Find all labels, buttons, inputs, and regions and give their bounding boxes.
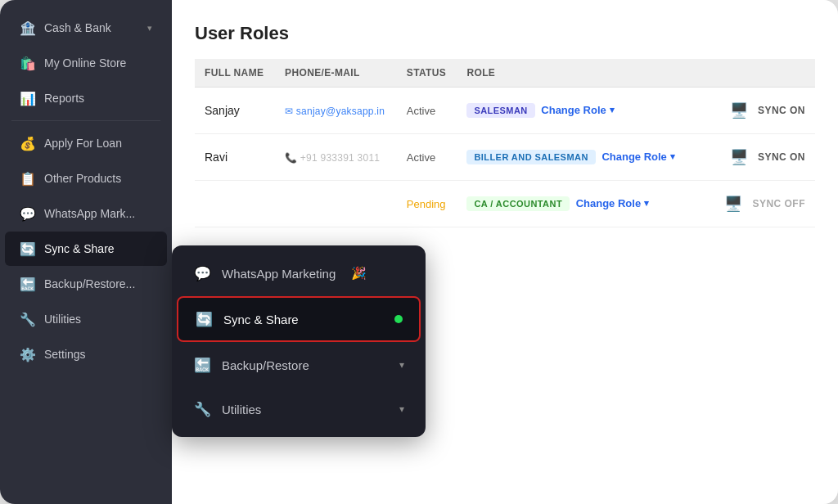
- change-role-button[interactable]: Change Role ▾: [576, 197, 649, 209]
- backup-icon: 🔙: [20, 276, 36, 292]
- sync-icon: 🔄: [20, 241, 36, 257]
- backup-dropdown-icon: 🔙: [193, 356, 211, 374]
- sync-device-icon: 🖥️: [726, 99, 752, 122]
- user-phone: 📞 +91 933391 3011: [285, 152, 380, 164]
- sync-dropdown-icon: 🔄: [195, 310, 213, 328]
- dropdown-item-sync-share[interactable]: 🔄 Sync & Share: [177, 296, 421, 342]
- status-badge: Pending: [407, 196, 446, 212]
- dropdown-menu: 💬 WhatsApp Marketing 🎉 🔄 Sync & Share 🔙 …: [172, 245, 426, 437]
- role-badge: CA / ACCOUNTANT: [466, 196, 570, 211]
- sync-cell: 🖥️ SYNC ON: [719, 99, 805, 122]
- chevron-down-icon: ▾: [610, 105, 615, 115]
- sidebar-item-reports[interactable]: 📊 Reports: [5, 81, 167, 115]
- table-row: Pending CA / ACCOUNTANT Change Role ▾ 🖥️…: [195, 181, 815, 227]
- dropdown-item-utilities[interactable]: 🔧 Utilities ▾: [177, 388, 421, 430]
- status-badge: Active: [407, 103, 435, 119]
- user-phone: ✉ sanjay@yaksapp.in: [285, 106, 385, 117]
- sidebar-item-other-products[interactable]: 📋 Other Products: [5, 161, 167, 196]
- chevron-icon: ▾: [399, 359, 404, 371]
- utilities-icon: 🔧: [20, 311, 36, 327]
- role-badge: SALESMAN: [466, 103, 534, 118]
- dropdown-item-whatsapp[interactable]: 💬 WhatsApp Marketing 🎉: [177, 252, 421, 295]
- sidebar-item-whatsapp[interactable]: 💬 WhatsApp Mark...: [5, 196, 167, 231]
- sidebar-item-online-store[interactable]: 🛍️ My Online Store: [5, 46, 167, 80]
- col-sync: [709, 59, 815, 88]
- store-icon: 🛍️: [20, 55, 36, 71]
- user-name: Sanjay: [205, 104, 240, 117]
- whatsapp-icon: 💬: [20, 205, 36, 222]
- col-fullname: FULL NAME: [195, 59, 275, 88]
- col-phone: PHONE/E-MAIL: [275, 59, 397, 88]
- sync-label: SYNC OFF: [752, 198, 805, 209]
- sync-label: SYNC ON: [758, 105, 805, 116]
- chevron-down-icon: ▾: [644, 198, 649, 209]
- col-action: [689, 59, 709, 88]
- sidebar-item-utilities[interactable]: 🔧 Utilities: [5, 302, 167, 336]
- col-role: ROLE: [457, 59, 688, 88]
- whatsapp-dropdown-icon: 💬: [193, 264, 211, 282]
- app-window: 🏦 Cash & Bank ▾ 🛍️ My Online Store 📊 Rep…: [0, 0, 838, 504]
- sidebar-item-settings[interactable]: ⚙️ Settings: [5, 337, 167, 371]
- change-role-button[interactable]: Change Role ▾: [541, 104, 614, 116]
- settings-icon: ⚙️: [20, 346, 36, 362]
- col-status: STATUS: [397, 59, 457, 88]
- sidebar-item-cash-bank[interactable]: 🏦 Cash & Bank ▾: [5, 11, 167, 45]
- user-name: Ravi: [205, 151, 228, 164]
- change-role-button[interactable]: Change Role ▾: [601, 151, 674, 163]
- sync-device-icon: 🖥️: [720, 192, 746, 215]
- dropdown-item-backup[interactable]: 🔙 Backup/Restore ▾: [177, 344, 421, 386]
- active-indicator: [394, 315, 403, 323]
- sidebar-item-apply-loan[interactable]: 💰 Apply For Loan: [5, 126, 167, 160]
- loan-icon: 💰: [20, 135, 36, 151]
- sidebar-item-sync-share[interactable]: 🔄 Sync & Share: [5, 232, 167, 266]
- page-title: User Roles: [195, 23, 815, 44]
- status-badge: Active: [407, 150, 435, 165]
- role-badge: BILLER AND SALESMAN: [466, 150, 595, 164]
- divider: [11, 120, 160, 121]
- sync-cell: 🖥️ SYNC OFF: [719, 192, 805, 215]
- chevron-icon: ▾: [147, 23, 152, 34]
- sidebar: 🏦 Cash & Bank ▾ 🛍️ My Online Store 📊 Rep…: [0, 0, 172, 504]
- sync-label: SYNC ON: [758, 151, 805, 163]
- chevron-icon: ▾: [399, 403, 404, 415]
- sidebar-item-backup[interactable]: 🔙 Backup/Restore...: [5, 267, 167, 301]
- user-roles-table: FULL NAME PHONE/E-MAIL STATUS ROLE Sanja…: [195, 59, 815, 227]
- table-row: Ravi 📞 +91 933391 3011 Active BILLER AND…: [195, 134, 815, 181]
- table-row: Sanjay ✉ sanjay@yaksapp.in Active SALESM…: [195, 88, 815, 134]
- utilities-dropdown-icon: 🔧: [193, 400, 211, 418]
- cash-bank-icon: 🏦: [20, 20, 36, 36]
- sync-device-icon: 🖥️: [726, 146, 752, 169]
- chevron-down-icon: ▾: [670, 151, 675, 162]
- products-icon: 📋: [20, 170, 36, 187]
- reports-icon: 📊: [20, 90, 36, 106]
- sync-cell: 🖥️ SYNC ON: [719, 146, 805, 169]
